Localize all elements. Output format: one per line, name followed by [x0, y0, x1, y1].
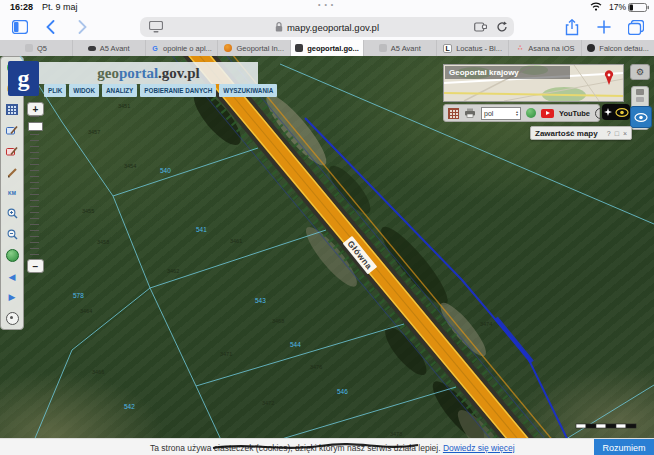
svg-text:546: 546 [337, 388, 348, 395]
map-content-panel-header[interactable]: Zawartość mapy ? □ × [530, 126, 632, 140]
asana-favicon: ∴ [516, 44, 524, 52]
tab-geoportal-in[interactable]: Geoportal In... [218, 40, 291, 56]
youtube-icon[interactable] [541, 109, 554, 118]
svg-text:543: 543 [255, 297, 266, 304]
green-status-icon[interactable] [526, 108, 536, 118]
clock: 16:28 [10, 2, 33, 12]
svg-text:3471: 3471 [220, 351, 232, 357]
svg-text:544: 544 [290, 341, 301, 348]
tab-geoportal-active[interactable]: geoportal.go... [291, 40, 364, 56]
wifi-icon [590, 2, 602, 13]
close-icon[interactable]: × [623, 130, 627, 137]
svg-text:3468: 3468 [272, 318, 284, 324]
menu-widok[interactable]: WIDOK [69, 84, 99, 97]
tab-favicon [25, 44, 33, 52]
gear-icon: ⚙ [636, 67, 644, 77]
cookie-banner: Ta strona używa ciasteczek (cookies), dz… [0, 438, 654, 455]
svg-text:542: 542 [124, 403, 135, 410]
forward-icon[interactable] [72, 17, 92, 37]
zoom-plus-button[interactable]: + [27, 102, 44, 116]
tab-favicon [224, 44, 232, 52]
map-sub-toolbar: pol ▴▾ YouTube [443, 104, 600, 122]
grid-icon[interactable] [448, 108, 459, 119]
cookie-accept-button[interactable]: Rozumiem [594, 439, 654, 455]
svg-text:3464: 3464 [80, 308, 92, 314]
date: Pt. 9 maj [42, 2, 78, 12]
address-bar[interactable]: mapy.geoportal.gov.pl [140, 17, 514, 37]
tab-opinie[interactable]: G opoinie o apl... [146, 40, 219, 56]
tab-favicon [379, 44, 387, 52]
multitask-dots-icon[interactable]: • • • [318, 1, 334, 8]
svg-text:3476: 3476 [310, 364, 322, 370]
scale-bar [576, 424, 636, 428]
svg-text:3458: 3458 [97, 239, 109, 245]
reload-icon[interactable] [496, 21, 508, 35]
panel-title: Zawartość mapy [535, 129, 598, 138]
tab-falcon[interactable]: Falcon defau... [582, 40, 654, 56]
tabs-overview-icon[interactable] [626, 17, 646, 37]
print-icon[interactable] [464, 108, 476, 118]
select-stepper-icon: ▴▾ [516, 110, 518, 117]
language-select[interactable]: pol ▴▾ [481, 107, 521, 120]
svg-text:3457: 3457 [88, 129, 100, 135]
tab-bar: Q5 A5 Avant G opoinie o apl... Geoportal… [0, 40, 654, 56]
zoom-minus-button[interactable]: − [27, 259, 44, 273]
zoom-track[interactable] [30, 116, 39, 258]
status-bar: 16:28 Pt. 9 maj • • • 17% [0, 0, 654, 14]
geoportal-logo[interactable]: g [8, 61, 39, 96]
geoportal-menu: PLIK WIDOK ANALIZY POBIERANIE DANYCH WYS… [44, 84, 277, 97]
extensions-icon[interactable] [474, 21, 487, 35]
svg-text:541: 541 [196, 226, 207, 233]
tab-favicon [88, 46, 96, 51]
back-icon[interactable] [40, 17, 60, 37]
minimap-title: Geoportal krajowy [445, 66, 570, 79]
settings-button[interactable]: ⚙ [630, 64, 650, 80]
svg-text:3466: 3466 [92, 369, 104, 375]
page-appearance-icon[interactable] [149, 21, 163, 35]
svg-text:3451: 3451 [118, 103, 130, 109]
tab-q5[interactable]: Q5 [0, 40, 73, 56]
mini-tool-icon-2[interactable] [636, 97, 644, 102]
tab-a5-avant-2[interactable]: A5 Avant [364, 40, 437, 56]
star-icon [604, 108, 612, 116]
youtube-label[interactable]: YouTube [559, 109, 590, 118]
url-text: mapy.geoportal.gov.pl [287, 22, 379, 33]
svg-text:540: 540 [160, 167, 171, 174]
menu-pobieranie[interactable]: POBIERANIE DANYCH [140, 84, 216, 97]
svg-text:3474: 3474 [480, 321, 492, 327]
map-canvas[interactable]: 540 541 543 544 546 542 578 3451 3457 34… [0, 56, 654, 455]
menu-wyszukiwania[interactable]: WYSZUKIWANIA [219, 84, 277, 97]
sidebar-toggle-icon[interactable] [10, 17, 30, 37]
visibility-button[interactable] [630, 106, 652, 128]
help-icon[interactable]: ? [607, 130, 611, 137]
cookie-learn-more-link[interactable]: Dowiedz się więcej [443, 443, 515, 453]
geoportal-title: geoportal.gov.pl [39, 62, 258, 84]
svg-text:3478: 3478 [390, 431, 402, 437]
geolocation-tool[interactable] [6, 312, 19, 325]
google-favicon: G [151, 44, 159, 52]
svg-text:3462: 3462 [167, 268, 179, 274]
svg-text:578: 578 [73, 292, 84, 299]
locatus-favicon: L [443, 44, 452, 53]
new-tab-icon[interactable] [594, 17, 614, 37]
browser-toolbar: mapy.geoportal.gov.pl [0, 14, 654, 41]
tab-a5-avant-1[interactable]: A5 Avant [73, 40, 146, 56]
yellow-eye-icon [615, 108, 629, 117]
svg-text:3461: 3461 [230, 238, 242, 244]
eye-icon [634, 113, 648, 122]
contrast-eye-box[interactable] [602, 104, 630, 120]
mini-tool-icon[interactable] [636, 89, 644, 95]
menu-plik[interactable]: PLIK [44, 84, 66, 97]
tab-asana[interactable]: ∴ Asana na iOS [509, 40, 582, 56]
tab-locatus[interactable]: L Locatus - Bi... [437, 40, 510, 56]
cookie-message: Ta strona używa ciasteczek (cookies), dz… [150, 443, 515, 453]
tab-favicon [587, 44, 595, 52]
svg-text:3454: 3454 [124, 163, 136, 169]
lock-icon [275, 22, 283, 32]
share-icon[interactable] [562, 17, 582, 37]
maximize-icon[interactable]: □ [615, 130, 619, 137]
zoom-handle[interactable] [28, 122, 43, 131]
svg-text:3472: 3472 [262, 400, 274, 406]
svg-text:3455: 3455 [82, 208, 94, 214]
menu-analizy[interactable]: ANALIZY [102, 84, 137, 97]
